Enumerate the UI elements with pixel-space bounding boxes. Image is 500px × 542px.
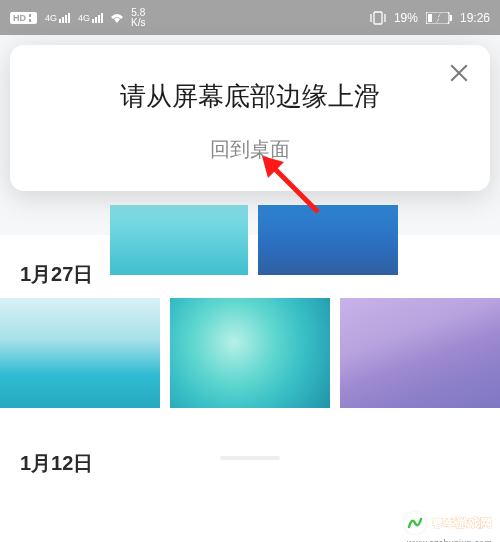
svg-rect-1: [29, 19, 31, 22]
photo-thumb[interactable]: [258, 205, 398, 275]
photo-thumb[interactable]: [0, 298, 160, 408]
clock: 19:26: [460, 11, 490, 25]
photo-thumb[interactable]: [340, 298, 500, 408]
date-header: 1月27日: [0, 245, 500, 298]
watermark-text: 春军游戏网: [432, 515, 492, 532]
svg-rect-6: [450, 15, 452, 21]
signal-2: 4G: [76, 13, 103, 23]
status-bar: HD 4G 4G 5.8 K/s 19% 19:26: [0, 0, 500, 35]
photo-thumb[interactable]: [110, 205, 248, 275]
hd-badge: HD: [10, 12, 37, 24]
signal-1: 4G: [43, 13, 70, 23]
network-speed: 5.8 K/s: [131, 8, 145, 28]
svg-rect-0: [29, 14, 31, 17]
battery-percent: 19%: [394, 11, 418, 25]
photo-thumb[interactable]: [170, 298, 330, 408]
gesture-hint-dialog: 请从屏幕底部边缘上滑 回到桌面: [10, 45, 490, 191]
wifi-icon: [109, 12, 125, 24]
watermark-icon: [404, 512, 426, 534]
home-indicator[interactable]: [220, 456, 280, 460]
close-icon[interactable]: [448, 61, 470, 83]
battery-icon: [426, 12, 452, 24]
vibrate-icon: [370, 11, 386, 25]
svg-rect-2: [374, 12, 382, 24]
watermark-url: www.czchunjun.com: [407, 538, 492, 542]
dialog-title: 请从屏幕底部边缘上滑: [30, 79, 470, 114]
watermark: 春军游戏网: [404, 512, 492, 534]
thumb-row: [0, 298, 500, 408]
dialog-subtitle: 回到桌面: [30, 136, 470, 163]
date-header: 1月12日: [0, 434, 500, 487]
svg-rect-7: [428, 14, 432, 22]
